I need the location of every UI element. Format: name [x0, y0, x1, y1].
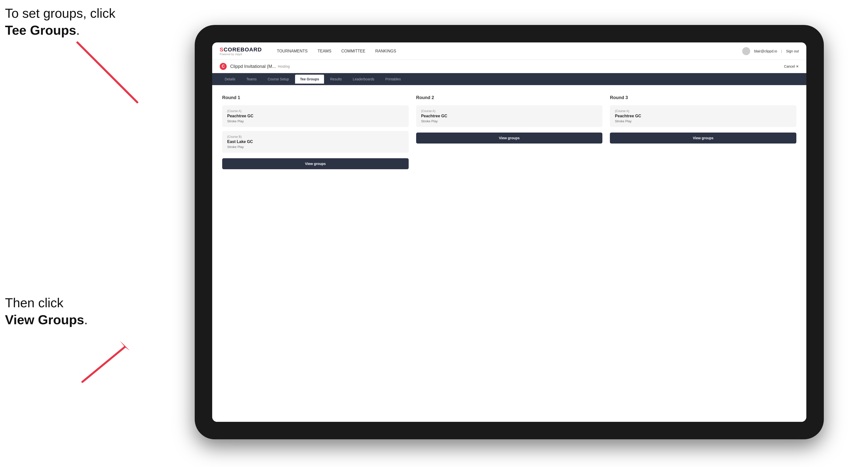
svg-marker-2	[131, 96, 144, 108]
round-3-label: Round 3	[610, 95, 796, 100]
sign-out-link[interactable]: Sign out	[786, 49, 799, 53]
round-1-course-b-tag: (Course B)	[227, 135, 404, 138]
round-3-course-a-tag: (Course A)	[615, 109, 792, 113]
round-2-view-groups-button[interactable]: View groups	[416, 132, 602, 144]
nav-tournaments[interactable]: TOURNAMENTS	[277, 48, 308, 54]
tab-leaderboards[interactable]: Leaderboards	[348, 74, 379, 84]
tab-tee-groups[interactable]: Tee Groups	[295, 74, 324, 84]
svg-marker-4	[121, 342, 129, 349]
event-hosting: Hosting	[278, 64, 289, 68]
event-icon: C	[220, 63, 227, 70]
tab-bar: Details Teams Course Setup Tee Groups Re…	[212, 73, 806, 85]
svg-line-0	[78, 42, 137, 102]
round-3-course-a-name: Peachtree GC	[615, 114, 792, 118]
round-3-column: Round 3 (Course A) Peachtree GC Stroke P…	[610, 95, 796, 169]
round-2-column: Round 2 (Course A) Peachtree GC Stroke P…	[416, 95, 602, 169]
cancel-button[interactable]: Cancel ✕	[784, 64, 799, 68]
user-avatar	[742, 47, 750, 55]
tab-course-setup[interactable]: Course Setup	[262, 74, 294, 84]
round-2-course-a-name: Peachtree GC	[421, 114, 598, 118]
svg-marker-5	[120, 341, 130, 351]
tablet-screen: SCOREBOARD Powered by clippit TOURNAMENT…	[212, 42, 806, 422]
round-1-course-b-format: Stroke Play	[227, 145, 404, 149]
round-2-course-a-card: (Course A) Peachtree GC Stroke Play	[416, 105, 602, 127]
round-3-course-a-format: Stroke Play	[615, 119, 792, 123]
round-2-course-a-tag: (Course A)	[421, 109, 598, 113]
round-1-course-a-tag: (Course A)	[227, 109, 404, 113]
round-1-column: Round 1 (Course A) Peachtree GC Stroke P…	[222, 95, 409, 169]
tab-teams[interactable]: Teams	[241, 74, 261, 84]
logo-sub: Powered by clippit	[220, 53, 262, 56]
svg-marker-1	[132, 97, 142, 107]
round-1-course-b-card: (Course B) East Lake GC Stroke Play	[222, 131, 409, 153]
tablet-device: SCOREBOARD Powered by clippit TOURNAMENT…	[195, 25, 824, 439]
round-3-view-groups-button[interactable]: View groups	[610, 132, 796, 144]
main-content: Round 1 (Course A) Peachtree GC Stroke P…	[212, 85, 806, 422]
nav-teams[interactable]: TEAMS	[317, 48, 331, 54]
round-1-view-groups-button[interactable]: View groups	[222, 158, 409, 169]
arrow-top-icon	[70, 35, 150, 115]
nav-rankings[interactable]: RANKINGS	[375, 48, 396, 54]
round-1-label: Round 1	[222, 95, 409, 100]
event-title: Clippd Invitational (M...	[230, 64, 276, 69]
nav-committee[interactable]: COMMITTEE	[341, 48, 365, 54]
round-2-course-a-format: Stroke Play	[421, 119, 598, 123]
instruction-top: To set groups, click Tee Groups.	[5, 5, 115, 39]
sub-header: C Clippd Invitational (M... Hosting Canc…	[212, 60, 806, 73]
instruction-bottom: Then click View Groups.	[5, 294, 88, 328]
round-1-course-a-name: Peachtree GC	[227, 114, 404, 118]
arrow-bottom-icon	[75, 327, 140, 392]
tab-printables[interactable]: Printables	[380, 74, 406, 84]
svg-line-3	[82, 347, 125, 382]
tab-details[interactable]: Details	[220, 74, 240, 84]
round-2-label: Round 2	[416, 95, 602, 100]
top-navigation: SCOREBOARD Powered by clippit TOURNAMENT…	[212, 42, 806, 60]
tab-results[interactable]: Results	[325, 74, 347, 84]
round-1-course-b-name: East Lake GC	[227, 139, 404, 144]
logo-area: SCOREBOARD Powered by clippit	[220, 46, 262, 56]
user-email: blair@clippd.io	[754, 49, 777, 53]
logo-text: SCOREBOARD	[220, 46, 262, 53]
rounds-grid: Round 1 (Course A) Peachtree GC Stroke P…	[222, 95, 796, 169]
round-1-course-a-card: (Course A) Peachtree GC Stroke Play	[222, 105, 409, 127]
nav-right: blair@clippd.io | Sign out	[742, 47, 799, 55]
round-1-course-a-format: Stroke Play	[227, 119, 404, 123]
round-3-course-a-card: (Course A) Peachtree GC Stroke Play	[610, 105, 796, 127]
